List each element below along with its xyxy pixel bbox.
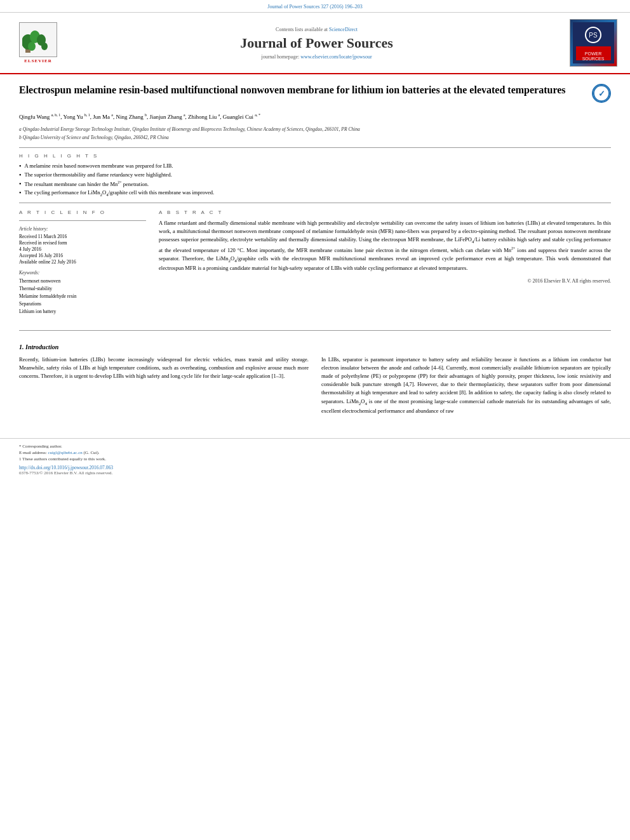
received-revised-date: 4 July 2016 xyxy=(19,246,146,252)
intro-right-col: In LIBs, separator is paramount importan… xyxy=(321,356,611,420)
keywords-section: Keywords: Thermoset nonwoven Thermal-sta… xyxy=(19,270,146,316)
accepted-date: Accepted 16 July 2016 xyxy=(19,253,146,258)
crossmark-icon: ✓ xyxy=(592,84,611,103)
svg-text:POWER: POWER xyxy=(585,51,601,56)
corresponding-note: * Corresponding author. xyxy=(19,444,611,449)
journal-citation-bar: Journal of Power Sources 327 (2016) 196–… xyxy=(0,0,630,13)
journal-header: ELSEVIER Contents lists available at Sci… xyxy=(0,13,630,74)
keyword-3: Melamine formaldehyde resin xyxy=(19,293,146,300)
journal-logo-right: PS POWER SOURCES xyxy=(570,19,617,67)
svg-point-5 xyxy=(41,43,48,50)
article-info-label: A R T I C L E I N F O xyxy=(19,210,146,215)
highlight-item-4: • The cycling performance for LiMn2O4/gr… xyxy=(19,189,611,197)
elsevier-label: ELSEVIER xyxy=(24,58,51,63)
svg-text:✓: ✓ xyxy=(598,89,605,98)
elsevier-tree-icon xyxy=(19,22,57,57)
keyword-2: Thermal-stability xyxy=(19,285,146,293)
highlight-item-3: • The resultant membrane can hinder the … xyxy=(19,180,611,187)
svg-text:SOURCES: SOURCES xyxy=(582,57,605,61)
article-info-col: A R T I C L E I N F O Article history: R… xyxy=(19,210,146,321)
intro-right-para-1: In LIBs, separator is paramount importan… xyxy=(321,356,611,416)
intro-left-para-1: Recently, lithium-ion batteries (LIBs) b… xyxy=(19,356,309,381)
abstract-text: A flame retardant and thermally dimensio… xyxy=(159,219,611,273)
available-date: Available online 22 July 2016 xyxy=(19,259,146,265)
article-title: Electrospun melamine resin-based multifu… xyxy=(19,84,586,97)
journal-center: Contents lists available at ScienceDirec… xyxy=(64,27,570,60)
divider-2 xyxy=(19,203,611,203)
svg-point-4 xyxy=(28,42,36,51)
abstract-label: A B S T R A C T xyxy=(159,210,611,215)
issn-line: 0378-7753/© 2016 Elsevier B.V. All right… xyxy=(19,470,611,476)
highlights-label: H I G H L I G H T S xyxy=(19,153,611,159)
divider-3 xyxy=(19,220,146,221)
homepage-url[interactable]: www.elsevier.com/locate/jpowsour xyxy=(300,54,372,60)
contents-line: Contents lists available at ScienceDirec… xyxy=(64,27,570,32)
highlight-item-2: • The superior thermostability and flame… xyxy=(19,171,611,178)
email-line: E-mail address: cuigl@qibebt.ac.cn (G. C… xyxy=(19,450,611,455)
bullet-icon: • xyxy=(19,163,22,170)
article-title-section: Electrospun melamine resin-based multifu… xyxy=(19,84,611,106)
keyword-5: Lithium ion battery xyxy=(19,308,146,316)
keywords-label: Keywords: xyxy=(19,270,146,276)
affiliations: a Qingdao Industrial Energy Storage Tech… xyxy=(19,126,611,142)
main-content: Electrospun melamine resin-based multifu… xyxy=(0,74,630,429)
keywords-list: Thermoset nonwoven Thermal-stability Mel… xyxy=(19,277,146,316)
bullet-icon: • xyxy=(19,189,22,196)
keyword-4: Separations xyxy=(19,300,146,308)
page: Journal of Power Sources 327 (2016) 196–… xyxy=(0,0,630,840)
homepage-line: journal homepage: www.elsevier.com/locat… xyxy=(64,54,570,60)
body-two-col: Recently, lithium-ion batteries (LIBs) b… xyxy=(19,356,611,420)
journal-title: Journal of Power Sources xyxy=(64,35,570,51)
article-info-abstract: A R T I C L E I N F O Article history: R… xyxy=(19,210,611,321)
science-direct-link[interactable]: ScienceDirect xyxy=(329,27,358,32)
keyword-1: Thermoset nonwoven xyxy=(19,277,146,285)
section-title: 1. Introduction xyxy=(19,343,611,350)
highlights-section: H I G H L I G H T S • A melamine resin b… xyxy=(19,153,611,197)
copyright: © 2016 Elsevier B.V. All rights reserved… xyxy=(159,278,611,284)
journal-citation: Journal of Power Sources 327 (2016) 196–… xyxy=(267,4,362,10)
introduction-section: 1. Introduction Recently, lithium-ion ba… xyxy=(19,343,611,420)
email-link[interactable]: cuigl@qibebt.ac.cn xyxy=(48,450,83,455)
abstract-col: A B S T R A C T A flame retardant and th… xyxy=(159,210,611,321)
bullet-icon: • xyxy=(19,180,22,187)
doi-link[interactable]: http://dx.doi.org/10.1016/j.jpowsour.201… xyxy=(19,465,611,470)
intro-left-col: Recently, lithium-ion batteries (LIBs) b… xyxy=(19,356,309,420)
elsevier-logo: ELSEVIER xyxy=(13,22,64,63)
authors: Qingfu Wang a, b, 1, Yong Yu b, 1, Jun M… xyxy=(19,112,611,122)
divider-1 xyxy=(19,147,611,148)
affiliation-b: b Qingdao University of Science and Tech… xyxy=(19,134,611,141)
received-date: Received 11 March 2016 xyxy=(19,234,146,239)
divider-4 xyxy=(19,330,611,331)
equal-contribution: 1 These authors contributed equally to t… xyxy=(19,457,611,462)
article-history: Article history: Received 11 March 2016 … xyxy=(19,226,146,265)
svg-text:PS: PS xyxy=(589,32,598,39)
affiliation-a: a Qingdao Industrial Energy Storage Tech… xyxy=(19,126,611,133)
bullet-icon: • xyxy=(19,171,22,178)
page-footer: * Corresponding author. E-mail address: … xyxy=(0,438,630,481)
received-revised: Received in revised form xyxy=(19,240,146,246)
article-history-label: Article history: xyxy=(19,226,146,232)
highlight-item-1: • A melamine resin based nonwoven membra… xyxy=(19,163,611,170)
